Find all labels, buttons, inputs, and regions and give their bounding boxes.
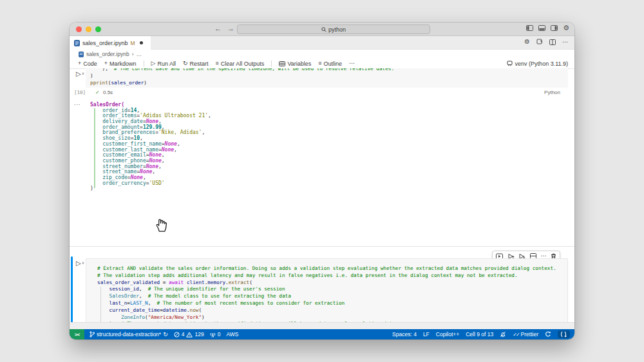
notebook-file-icon	[74, 40, 80, 46]
editor-bottom-strip	[70, 322, 574, 329]
bell-slash-icon[interactable]	[500, 331, 506, 338]
kernel-label: venv (Python 3.11.9)	[515, 61, 568, 67]
indentation-item[interactable]: Spaces: 4	[392, 331, 417, 338]
restart-kernel-button[interactable]: ↻Restart	[183, 61, 209, 67]
warnings-icon	[186, 332, 193, 338]
kernel-icon	[507, 61, 513, 66]
cell1-run-button[interactable]: ▷∨	[76, 71, 84, 77]
unsaved-dot-icon[interactable]	[140, 41, 143, 44]
aws-item[interactable]: AWS	[226, 331, 238, 338]
warning-count: 129	[194, 331, 204, 338]
close-window-button[interactable]	[76, 26, 82, 32]
split-editor-icon[interactable]	[549, 39, 556, 45]
variables-icon	[279, 61, 285, 66]
notebook-file-icon	[79, 52, 84, 57]
cell2-run-button[interactable]: ▷∨	[76, 260, 84, 267]
cell1-editor[interactable]: ), # The current date and time in the sp…	[86, 68, 568, 88]
vscode-window: ← → python ⚙ sales_order.ipynb M	[70, 23, 574, 339]
branch-name: structured-data-extraction*	[97, 331, 161, 338]
cell1-code: ), # The current date and time in the sp…	[90, 68, 394, 86]
toggle-panel-icon[interactable]	[538, 25, 545, 31]
tab-sales-order-ipynb[interactable]: sales_order.ipynb M	[70, 36, 151, 50]
chevron-down-icon: ∨	[82, 71, 84, 77]
copilot-status-button[interactable]	[558, 330, 570, 338]
breadcrumb-file[interactable]: sales_order.ipynb	[86, 51, 129, 57]
variables-button[interactable]: Variables	[279, 61, 311, 67]
remote-icon: ><	[75, 332, 79, 338]
git-branch-icon	[90, 331, 95, 338]
window-controls	[76, 26, 101, 32]
play-icon: ▷	[151, 61, 156, 66]
problems-item[interactable]: 4 129	[174, 331, 204, 338]
ports-item[interactable]: 0	[210, 331, 221, 338]
title-bar: ← → python ⚙	[70, 23, 574, 36]
search-icon	[321, 27, 327, 32]
sync-changes-icon[interactable]: ↻	[163, 332, 168, 338]
cell-divider	[70, 246, 574, 247]
remote-indicator[interactable]: ><	[70, 329, 84, 339]
cell1-duration: 0.5s	[103, 90, 113, 95]
command-center-search[interactable]: python	[237, 24, 430, 34]
outline-button[interactable]: ≡Outline	[318, 61, 342, 67]
more-actions-icon[interactable]: ⋯	[562, 39, 568, 45]
nav-back-icon[interactable]: ←	[214, 24, 222, 32]
output-collapse-indicator[interactable]: ...	[74, 100, 81, 106]
toggle-primary-sidebar-icon[interactable]	[526, 25, 533, 31]
cell-position-item[interactable]: Cell 9 of 13	[466, 331, 493, 338]
tab-title: sales_order.ipynb	[82, 40, 128, 46]
radio-tower-icon	[210, 332, 216, 338]
toggle-secondary-sidebar-icon[interactable]	[551, 25, 558, 31]
cell1-execution-count: [10]	[74, 90, 86, 95]
breadcrumb-separator: ›	[132, 51, 134, 57]
notebook-toolbar: +Code +Markdown ▷Run All ↻Restart ≡Clear…	[70, 59, 574, 69]
git-branch-item[interactable]: structured-data-extraction* ↻	[90, 331, 168, 338]
add-markdown-cell-button[interactable]: +Markdown	[104, 61, 137, 67]
search-text: python	[328, 26, 346, 33]
notebook-editor: ▷∨ ), # The current date and time in the…	[70, 69, 574, 322]
tab-strip: sales_order.ipynb M ⚙ ⋯	[70, 36, 574, 50]
errors-icon	[174, 332, 180, 338]
notebook-settings-gear-icon[interactable]: ⚙	[524, 39, 530, 45]
output-text: SalesOrder( order_id=14, order_items='Ad…	[90, 102, 211, 192]
chevron-down-icon: ∨	[82, 260, 84, 266]
zoom-window-button[interactable]	[95, 26, 101, 32]
add-code-cell-button[interactable]: +Code	[78, 61, 97, 67]
status-bar: >< structured-data-extraction* ↻ 4 129 0	[70, 329, 574, 339]
parentheses-icon	[560, 331, 567, 338]
kernel-picker[interactable]: venv (Python 3.11.9)	[507, 61, 568, 67]
breadcrumb-ellipsis[interactable]: …	[136, 51, 142, 57]
minimize-window-button[interactable]	[86, 26, 91, 32]
double-check-icon: ✓✓	[513, 332, 518, 338]
customize-layout-icon[interactable]: ⚙	[563, 24, 569, 32]
plus-icon: +	[104, 61, 108, 66]
desktop: ← → python ⚙ sales_order.ipynb M	[0, 0, 644, 362]
cell1-language-label[interactable]: Python	[544, 90, 560, 95]
toolbar-separator	[271, 61, 272, 67]
clear-outputs-icon: ≡	[216, 61, 219, 66]
error-count: 4	[182, 331, 185, 338]
reopen-editor-icon[interactable]	[536, 39, 543, 45]
run-all-button[interactable]: ▷Run All	[151, 61, 176, 67]
prettier-item[interactable]: ✓✓ Prettier	[513, 331, 538, 338]
outline-icon: ≡	[318, 61, 321, 66]
toolbar-more-button[interactable]: ⋯	[349, 61, 355, 66]
plus-icon: +	[78, 61, 81, 66]
ports-count: 0	[218, 331, 221, 338]
run-cell-icon: ▷	[76, 260, 81, 267]
refresh-icon[interactable]	[545, 331, 551, 338]
copilot-item[interactable]: Copilot++	[436, 331, 459, 338]
mouse-hand-cursor	[154, 217, 168, 233]
toolbar-separator	[144, 61, 144, 67]
run-cell-icon: ▷	[76, 71, 81, 77]
success-check-icon: ✓	[95, 90, 100, 95]
clear-all-outputs-button[interactable]: ≡Clear All Outputs	[216, 61, 265, 67]
modified-badge: M	[131, 40, 135, 46]
breadcrumb[interactable]: sales_order.ipynb › …	[70, 50, 574, 59]
nav-forward-icon[interactable]: →	[227, 24, 234, 32]
cell1-exec-row: [10] ✓ 0.5s Python	[70, 90, 568, 97]
restart-icon: ↻	[183, 61, 188, 66]
eol-item[interactable]: LF	[423, 331, 430, 338]
